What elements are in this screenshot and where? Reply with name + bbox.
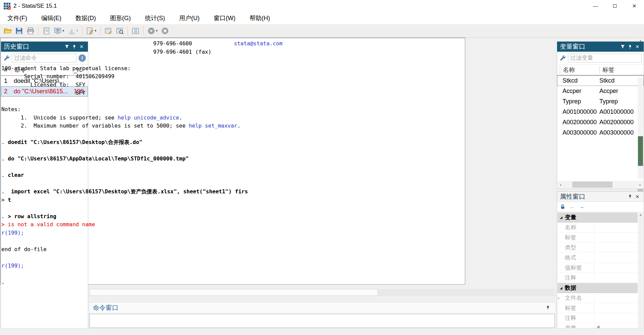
variable-row[interactable]: TyprepTyprep xyxy=(557,96,644,107)
results-text-segment: . xyxy=(1,188,11,195)
properties-vertical-scrollbar[interactable]: ∧ ∨ xyxy=(638,212,643,335)
menu-item-6[interactable]: 窗口(W) xyxy=(209,12,240,24)
property-row[interactable]: 类型 xyxy=(557,243,638,253)
results-text-segment: > row allstring xyxy=(8,213,56,220)
toolbar: ▾▾▾▾ xyxy=(0,24,644,38)
results-line xyxy=(1,204,637,212)
menu-item-1[interactable]: 编辑(E) xyxy=(37,12,66,24)
variables-filter-input[interactable] xyxy=(568,54,642,62)
next-variable-icon[interactable]: → xyxy=(579,204,584,210)
results-window[interactable]: 979-696-4600 stata@stata.com 979-696-460… xyxy=(0,38,465,285)
properties-section-header[interactable]: ◢数据 xyxy=(557,283,638,293)
variables-panel-title: 变量窗口 xyxy=(560,42,619,51)
property-row[interactable]: 名称 xyxy=(557,223,638,233)
properties-toolbar: ← → xyxy=(557,202,644,212)
close-button[interactable]: ✕ xyxy=(625,0,644,12)
pin-icon[interactable] xyxy=(626,194,634,199)
scrollbar-thumb[interactable] xyxy=(572,182,612,188)
open-file-icon[interactable] xyxy=(2,26,13,36)
variable-label: Stkcd xyxy=(597,77,644,84)
graph-icon: ▾ xyxy=(66,26,80,36)
data-editor-icon[interactable] xyxy=(103,26,114,36)
property-row[interactable]: 标签 xyxy=(557,233,638,243)
maximize-icon xyxy=(613,4,617,8)
properties-rows: ◢变量名称标签类型格式值标签注释◢数据▸文件名标签注释变量6 xyxy=(557,212,638,335)
variable-row[interactable]: A003000000A003000000 xyxy=(557,128,644,138)
variable-name: Typrep xyxy=(557,98,597,105)
property-label: 注释 xyxy=(557,274,594,282)
scrollbar-thumb[interactable] xyxy=(638,136,643,166)
scroll-up-icon[interactable]: ∧ xyxy=(639,213,642,217)
pin-icon[interactable] xyxy=(626,45,634,49)
command-input[interactable] xyxy=(90,314,555,328)
variable-name: A001000000 xyxy=(557,108,597,115)
results-text-segment: r(199); xyxy=(1,230,24,236)
break-icon[interactable] xyxy=(160,26,170,36)
menu-item-7[interactable]: 帮助(H) xyxy=(245,12,275,24)
results-link[interactable]: stata@stata.com xyxy=(234,40,283,47)
results-text-segment: . xyxy=(1,213,8,220)
results-text-segment: . xyxy=(1,155,8,162)
menu-item-4[interactable]: 统计(S) xyxy=(140,12,170,24)
viewer-icon[interactable]: ▾ xyxy=(52,26,66,36)
dropdown-caret-icon[interactable]: ▾ xyxy=(62,29,64,33)
scrollbar-thumb[interactable] xyxy=(90,289,378,296)
menu-item-5[interactable]: 用户(U) xyxy=(174,12,204,24)
expander-icon[interactable]: ▸ xyxy=(558,296,560,300)
variable-row[interactable]: A002000000A002000000 xyxy=(557,117,644,128)
menu-item-2[interactable]: 数据(D) xyxy=(71,12,101,24)
menu-item-3[interactable]: 图形(G) xyxy=(105,12,136,24)
do-file-editor-icon[interactable]: ▾ xyxy=(85,26,98,36)
results-line xyxy=(1,56,637,64)
close-panel-icon[interactable]: ✕ xyxy=(634,44,641,49)
variable-row[interactable]: A001000000A001000000 xyxy=(557,107,644,117)
results-link[interactable]: help set_maxvar xyxy=(189,123,237,129)
variable-row[interactable]: AccperAccper xyxy=(557,86,644,96)
results-link[interactable]: help unicode_advice xyxy=(118,114,179,121)
lock-icon[interactable] xyxy=(560,204,566,210)
close-panel-icon[interactable]: ✕ xyxy=(634,194,641,199)
pin-icon[interactable] xyxy=(544,305,551,310)
data-browser-icon[interactable] xyxy=(114,26,125,36)
results-line: Notes: xyxy=(1,105,637,114)
print-icon[interactable] xyxy=(25,26,36,36)
properties-section-header[interactable]: ◢变量 xyxy=(557,212,638,223)
property-row[interactable]: 注释 xyxy=(557,313,638,323)
filter-funnel-icon[interactable] xyxy=(619,45,626,49)
save-icon[interactable] xyxy=(14,26,24,36)
variable-name: A003000000 xyxy=(557,129,597,136)
results-text-segment: r(199); xyxy=(1,262,24,269)
properties-panel-title: 属性窗口 xyxy=(560,192,626,201)
menu-item-0[interactable]: 文件(F) xyxy=(3,12,32,24)
property-row[interactable]: 标签 xyxy=(557,303,638,313)
minimize-button[interactable]: — xyxy=(586,0,605,12)
maximize-button[interactable] xyxy=(605,0,625,12)
property-label: 文件名 xyxy=(557,294,594,302)
more-icon[interactable]: ▾ xyxy=(146,26,159,36)
variables-col-label[interactable]: 标签 xyxy=(599,66,644,74)
variables-col-name[interactable]: 名称 xyxy=(560,66,599,74)
variable-row[interactable]: StkcdStkcd xyxy=(557,76,644,86)
results-line: 979-696-4601 (fax) xyxy=(1,48,637,56)
variables-manager-icon[interactable] xyxy=(130,26,141,36)
results-text-segment: > xyxy=(1,197,8,203)
scroll-left-icon[interactable]: ‹ xyxy=(557,182,564,187)
results-line: Licensed to: SFY xyxy=(1,81,637,89)
wrench-icon[interactable] xyxy=(559,55,566,61)
dropdown-caret-icon[interactable]: ▾ xyxy=(95,29,97,33)
variables-horizontal-scrollbar[interactable]: ‹ › xyxy=(557,181,643,188)
results-horizontal-scrollbar[interactable] xyxy=(90,289,555,296)
property-row[interactable]: 格式 xyxy=(557,253,638,263)
dropdown-caret-icon: ▾ xyxy=(76,29,78,33)
property-row[interactable]: ▸文件名 xyxy=(557,293,638,303)
previous-variable-icon[interactable]: ← xyxy=(570,204,575,210)
property-row[interactable]: 值标签 xyxy=(557,263,638,273)
log-icon[interactable] xyxy=(41,26,52,36)
variables-vertical-scrollbar[interactable] xyxy=(638,78,643,179)
property-row[interactable]: 注释 xyxy=(557,273,638,283)
scroll-right-icon[interactable]: › xyxy=(637,182,643,187)
property-label: 标签 xyxy=(557,304,594,312)
dropdown-caret-icon[interactable]: ▾ xyxy=(156,29,158,33)
results-line xyxy=(1,270,637,278)
variable-name: Stkcd xyxy=(557,77,597,84)
